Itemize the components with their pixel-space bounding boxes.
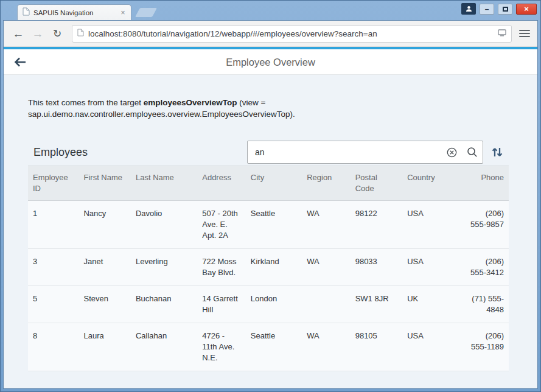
cell-last-name: Buchanan bbox=[131, 286, 197, 323]
minimize-button[interactable]: – bbox=[480, 4, 494, 15]
column-header: Country bbox=[402, 166, 462, 200]
cell-phone: (206) 555-1189 bbox=[463, 323, 509, 371]
cell-last-name: Davolio bbox=[131, 201, 197, 248]
employees-title: Employees bbox=[28, 146, 88, 159]
cell-region: WA bbox=[302, 249, 351, 285]
maximize-button[interactable] bbox=[498, 4, 512, 15]
cell-address: 507 - 20th Ave. E. Apt. 2A bbox=[197, 201, 246, 248]
table-header-row: Employee ID First Name Last Name Address… bbox=[28, 166, 509, 201]
cell-last-name: Callahan bbox=[131, 323, 197, 371]
nav-back-icon[interactable] bbox=[13, 49, 27, 74]
cell-region: WA bbox=[302, 323, 351, 371]
back-icon[interactable]: ← bbox=[10, 28, 27, 40]
cell-last-name: Leverling bbox=[131, 249, 197, 285]
column-header: Region bbox=[302, 166, 351, 200]
search-input[interactable] bbox=[254, 147, 441, 158]
cell-employee-id: 1 bbox=[28, 201, 79, 248]
search-field bbox=[247, 141, 483, 164]
column-header: First Name bbox=[79, 166, 130, 200]
tab-title: SAPUI5 Navigation bbox=[33, 9, 115, 16]
person-icon bbox=[466, 4, 472, 15]
clear-search-icon[interactable] bbox=[441, 141, 462, 163]
employees-toolbar: Employees bbox=[28, 139, 509, 166]
cell-employee-id: 5 bbox=[28, 286, 79, 323]
cell-city: Seattle bbox=[246, 201, 302, 248]
cell-phone: (206) 555-9857 bbox=[463, 201, 509, 248]
close-button[interactable]: × bbox=[516, 4, 537, 15]
sort-icon[interactable] bbox=[486, 141, 509, 164]
browser-chrome: ← → ↻ localhost:8080/tutorial/navigation… bbox=[3, 20, 538, 389]
maximize-icon bbox=[503, 7, 508, 12]
search-icon[interactable] bbox=[462, 141, 483, 163]
column-header: Phone bbox=[463, 166, 509, 200]
table-row[interactable]: 1 Nancy Davolio 507 - 20th Ave. E. Apt. … bbox=[28, 201, 509, 249]
browser-window: SAPUI5 Navigation × – × ← → ↻ lo bbox=[0, 0, 541, 392]
table-row[interactable]: 5 Steven Buchanan 14 Garrett Hill London… bbox=[28, 286, 509, 323]
cell-employee-id: 8 bbox=[28, 323, 79, 371]
cell-country: UK bbox=[402, 286, 462, 323]
cell-country: USA bbox=[402, 249, 462, 285]
cell-phone: (206) 555-3412 bbox=[463, 249, 509, 285]
column-header: Last Name bbox=[131, 166, 197, 200]
web-page: Employee Overview This text comes from t… bbox=[4, 47, 537, 388]
cell-address: 14 Garrett Hill bbox=[197, 286, 246, 323]
menu-icon[interactable] bbox=[518, 29, 531, 38]
page-content: This text comes from the target employee… bbox=[4, 75, 537, 388]
url-bar[interactable]: localhost:8080/tutorial/navigation/12/we… bbox=[72, 25, 512, 43]
cell-address: 722 Moss Bay Blvd. bbox=[197, 249, 246, 285]
cell-postal-code: 98033 bbox=[351, 249, 402, 285]
cell-postal-code: 98105 bbox=[351, 323, 402, 371]
cell-postal-code: 98122 bbox=[351, 201, 402, 248]
cell-phone: (71) 555-4848 bbox=[463, 286, 509, 323]
intro-line-2: sap.ui.demo.nav.controller.employees.ove… bbox=[28, 108, 509, 120]
forward-icon[interactable]: → bbox=[29, 28, 46, 40]
cell-first-name: Nancy bbox=[79, 201, 130, 248]
reload-icon[interactable]: ↻ bbox=[49, 29, 66, 39]
column-header: Postal Code bbox=[351, 166, 402, 200]
table-row[interactable]: 3 Janet Leverling 722 Moss Bay Blvd. Kir… bbox=[28, 249, 509, 286]
page-document-icon bbox=[77, 28, 84, 39]
cell-city: London bbox=[246, 286, 302, 323]
column-header: City bbox=[246, 166, 302, 200]
window-titlebar: SAPUI5 Navigation × – × bbox=[1, 1, 540, 20]
column-header: Address bbox=[197, 166, 246, 200]
send-to-device-icon[interactable] bbox=[498, 28, 506, 39]
intro-line-1: This text comes from the target employee… bbox=[28, 97, 509, 108]
column-header: Employee ID bbox=[28, 166, 79, 200]
cell-region: WA bbox=[302, 201, 351, 248]
browser-toolbar: ← → ↻ localhost:8080/tutorial/navigation… bbox=[4, 21, 537, 47]
cell-country: USA bbox=[402, 323, 462, 371]
browser-tab[interactable]: SAPUI5 Navigation × bbox=[17, 4, 131, 20]
cell-employee-id: 3 bbox=[28, 249, 79, 285]
cell-city: Kirkland bbox=[246, 249, 302, 285]
window-controls: – × bbox=[461, 3, 537, 15]
profile-button[interactable] bbox=[461, 3, 476, 15]
cell-first-name: Janet bbox=[79, 249, 130, 285]
cell-address: 4726 - 11th Ave. N.E. bbox=[197, 323, 246, 371]
cell-first-name: Steven bbox=[79, 286, 130, 323]
new-tab-button[interactable] bbox=[135, 8, 157, 17]
tab-favicon-icon bbox=[23, 7, 30, 18]
page-header: Employee Overview bbox=[4, 49, 537, 75]
intro-text: This text comes from the target employee… bbox=[28, 97, 509, 120]
url-text: localhost:8080/tutorial/navigation/12/we… bbox=[88, 29, 494, 38]
cell-city: Seattle bbox=[246, 323, 302, 371]
page-title: Employee Overview bbox=[4, 49, 537, 75]
cell-region bbox=[302, 286, 351, 323]
cell-country: USA bbox=[402, 201, 462, 248]
cell-postal-code: SW1 8JR bbox=[351, 286, 402, 323]
cell-first-name: Laura bbox=[79, 323, 130, 371]
table-row[interactable]: 8 Laura Callahan 4726 - 11th Ave. N.E. S… bbox=[28, 323, 509, 371]
tab-close-icon[interactable]: × bbox=[119, 9, 127, 17]
